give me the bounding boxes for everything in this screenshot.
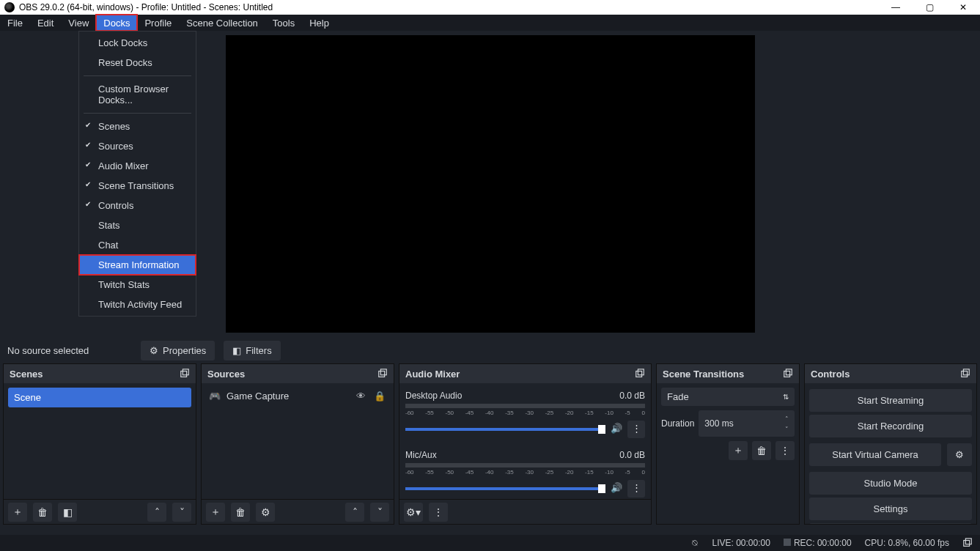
filters-button[interactable]: ◧ Filters [224, 341, 280, 360]
popout-icon[interactable] [377, 369, 388, 379]
source-up-button[interactable]: ˄ [345, 503, 364, 522]
duration-value: 300 ms [704, 418, 733, 429]
mute-button[interactable]: 🔊 [610, 482, 623, 495]
start-streaming-button[interactable]: Start Streaming [809, 389, 972, 412]
mute-button[interactable]: 🔊 [610, 423, 623, 436]
scenes-title: Scenes [10, 369, 43, 380]
transition-value: Fade [667, 391, 689, 402]
menu-docks[interactable]: Docks [96, 15, 137, 31]
window-titlebar: OBS 29.0.2 (64-bit, windows) - Profile: … [0, 0, 980, 15]
scene-up-button[interactable]: ˄ [147, 503, 166, 522]
slider-knob[interactable] [598, 484, 605, 493]
menu-file[interactable]: File [0, 15, 30, 31]
dd-lock-docks[interactable]: Lock Docks [79, 33, 196, 53]
close-button[interactable]: ✕ [946, 0, 980, 15]
gear-icon: ⚙ [955, 449, 964, 460]
scene-filter-button[interactable]: ◧ [58, 503, 77, 522]
properties-label: Properties [163, 345, 206, 356]
duration-label: Duration [661, 418, 694, 429]
lock-icon[interactable]: 🔒 [373, 391, 386, 402]
remove-transition-button[interactable]: 🗑 [752, 441, 771, 460]
dd-audio-mixer[interactable]: Audio Mixer [79, 156, 196, 176]
menu-tools[interactable]: Tools [265, 15, 302, 31]
svg-rect-8 [962, 371, 968, 377]
source-info-label: No source selected [7, 345, 132, 356]
channel-level: 0.0 dB [619, 450, 645, 460]
status-live: LIVE: 00:00:00 [712, 538, 770, 548]
status-cpu: CPU: 0.8%, 60.00 fps [865, 538, 949, 548]
popout-icon[interactable] [783, 369, 793, 379]
dd-custom-browser[interactable]: Custom Browser Docks... [79, 79, 196, 110]
dd-scenes[interactable]: Scenes [79, 117, 196, 136]
volume-slider[interactable] [405, 428, 605, 431]
start-recording-button[interactable]: Start Recording [809, 415, 972, 437]
exit-button[interactable]: Exit [809, 523, 972, 524]
duration-input[interactable]: 300 ms ˄˅ [699, 410, 795, 437]
svg-rect-9 [963, 369, 969, 375]
channel-name: Mic/Aux [405, 450, 437, 460]
status-bar: ⦰ LIVE: 00:00:00 REC: 00:00:00 CPU: 0.8%… [0, 535, 980, 551]
svg-rect-0 [181, 371, 187, 377]
svg-rect-4 [636, 371, 642, 377]
channel-menu-button[interactable]: ⋮ [627, 421, 645, 438]
level-meter [405, 463, 645, 467]
gear-icon: ⚙ [150, 345, 158, 356]
dd-sep [84, 113, 191, 114]
maximize-button[interactable]: ▢ [913, 0, 946, 15]
dd-controls[interactable]: Controls [79, 196, 196, 215]
audio-title: Audio Mixer [405, 369, 460, 380]
audio-settings-button[interactable]: ⚙▾ [404, 503, 423, 522]
settings-button[interactable]: Settings [809, 498, 972, 520]
menu-scene-collection[interactable]: Scene Collection [179, 15, 265, 31]
popout-icon[interactable] [635, 369, 645, 379]
menu-view[interactable]: View [61, 15, 96, 31]
scene-down-button[interactable]: ˅ [172, 503, 191, 522]
volume-slider[interactable] [405, 487, 605, 490]
properties-button[interactable]: ⚙ Properties [141, 341, 215, 360]
spinner-icon[interactable]: ˄˅ [785, 413, 789, 434]
dd-chat[interactable]: Chat [79, 235, 196, 255]
audio-menu-button[interactable]: ⋮ [429, 503, 448, 522]
dd-twitch-stats[interactable]: Twitch Stats [79, 275, 196, 295]
channel-level: 0.0 dB [619, 391, 645, 401]
slider-knob[interactable] [598, 425, 605, 434]
connection-icon: ⦰ [692, 538, 699, 548]
dd-twitch-activity[interactable]: Twitch Activity Feed [79, 295, 196, 314]
add-scene-button[interactable]: ＋ [8, 503, 27, 522]
transition-menu-button[interactable]: ⋮ [775, 441, 795, 460]
menu-profile[interactable]: Profile [137, 15, 179, 31]
start-virtual-camera-button[interactable]: Start Virtual Camera [809, 443, 941, 466]
svg-rect-11 [965, 539, 971, 544]
dd-sources[interactable]: Sources [79, 136, 196, 156]
dd-reset-docks[interactable]: Reset Docks [79, 53, 196, 73]
menu-edit[interactable]: Edit [30, 15, 61, 31]
remove-source-button[interactable]: 🗑 [231, 503, 250, 522]
svg-rect-10 [964, 541, 970, 547]
scene-item[interactable]: Scene [8, 388, 191, 407]
popout-icon[interactable] [180, 369, 190, 379]
meter-ticks: -60-55-50-45-40-35-30-25-20-15-10-50 [405, 410, 645, 416]
add-transition-button[interactable]: ＋ [729, 441, 748, 460]
filters-icon: ◧ [232, 345, 241, 356]
dd-stream-information[interactable]: Stream Information [79, 255, 196, 275]
minimize-button[interactable]: — [879, 0, 913, 15]
channel-menu-button[interactable]: ⋮ [627, 480, 645, 498]
remove-scene-button[interactable]: 🗑 [33, 503, 52, 522]
dd-scene-transitions[interactable]: Scene Transitions [79, 176, 196, 196]
virtual-camera-settings-button[interactable]: ⚙ [947, 443, 972, 466]
status-rec: REC: 00:00:00 [784, 538, 852, 548]
dd-stats[interactable]: Stats [79, 215, 196, 235]
svg-rect-2 [379, 371, 385, 377]
source-item[interactable]: 🎮 Game Capture 👁 🔒 [205, 386, 391, 406]
source-properties-button[interactable]: ⚙ [256, 503, 275, 522]
preview-canvas[interactable] [226, 35, 755, 333]
transition-select[interactable]: Fade ⇅ [661, 388, 795, 406]
source-down-button[interactable]: ˅ [370, 503, 389, 522]
visibility-icon[interactable]: 👁 [354, 391, 367, 402]
audio-channel: Desktop Audio0.0 dB -60-55-50-45-40-35-3… [402, 386, 648, 445]
add-source-button[interactable]: ＋ [206, 503, 225, 522]
popout-icon[interactable] [960, 369, 970, 379]
menu-help[interactable]: Help [302, 15, 336, 31]
popout-icon[interactable] [962, 538, 973, 548]
studio-mode-button[interactable]: Studio Mode [809, 472, 972, 495]
